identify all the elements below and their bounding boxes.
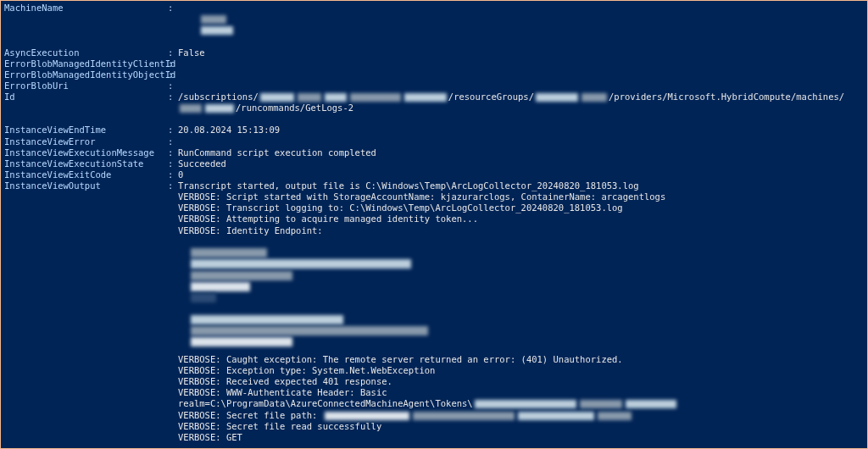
output-line: VERBOSE: Script started with StorageAcco… <box>4 191 864 202</box>
prop-ivendtime: InstanceViewEndTime: 20.08.2024 15:13:09 <box>4 125 864 136</box>
output-line: realm=C:\ProgramData\AzureConnectedMachi… <box>4 398 864 409</box>
prop-ivoutput: InstanceViewOutput: Transcript started, … <box>4 180 864 191</box>
output-line: VERBOSE: Caught exception: The remote se… <box>4 354 864 365</box>
redacted-block <box>4 443 864 449</box>
prop-errblobmiclient: ErrorBlobManagedIdentityClientId: <box>4 58 864 69</box>
prop-asyncexec: AsyncExecution: False <box>4 47 864 58</box>
prop-errblobmiobject: ErrorBlobManagedIdentityObjectId: <box>4 69 864 80</box>
prop-ivexecmsg: InstanceViewExecutionMessage: RunCommand… <box>4 147 864 158</box>
prop-ivexitcode: InstanceViewExitCode: 0 <box>4 169 864 180</box>
prop-id: Id: /subscriptions//resourceGroups//prov… <box>4 91 864 125</box>
prop-value <box>178 3 864 47</box>
prop-label: MachineName <box>4 3 168 14</box>
output-line: VERBOSE: Identity Endpoint: <box>4 225 864 236</box>
output-line: VERBOSE: GET <box>4 432 864 443</box>
output-line: VERBOSE: Received expected 401 response. <box>4 376 864 387</box>
output-line: VERBOSE: Transcript logging to: C:\Windo… <box>4 202 864 213</box>
prop-errbloburi: ErrorBlobUri: <box>4 80 864 91</box>
redacted-block <box>4 302 864 347</box>
prop-ivexecstate: InstanceViewExecutionState: Succeeded <box>4 158 864 169</box>
redacted-block <box>4 236 864 303</box>
output-line: VERBOSE: WWW-Authenticate Header: Basic <box>4 387 864 398</box>
prop-iverror: InstanceViewError: <box>4 136 864 147</box>
output-line: VERBOSE: Attempting to acquire managed i… <box>4 213 864 224</box>
prop-machinename: MachineName : <box>4 3 864 47</box>
output-line: VERBOSE: Exception type: System.Net.WebE… <box>4 365 864 376</box>
prop-id-value: /subscriptions//resourceGroups//provider… <box>178 91 864 125</box>
output-line: VERBOSE: Secret file read successfully <box>4 421 864 432</box>
output-line: VERBOSE: Secret file path: <box>4 410 864 421</box>
